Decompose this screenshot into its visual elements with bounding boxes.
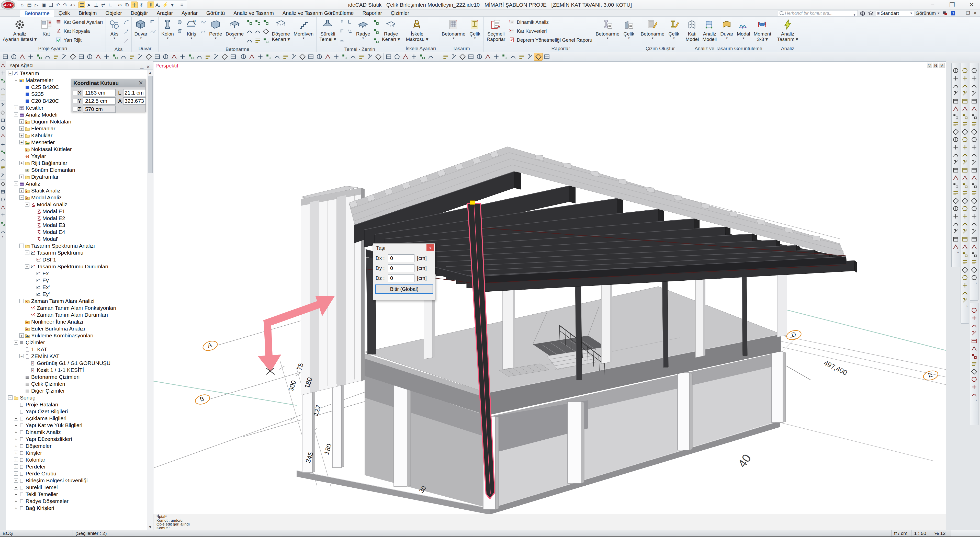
tree-item[interactable]: +Bağ Kirişleri	[6, 505, 147, 512]
dock-icon[interactable]	[961, 67, 969, 75]
analiz-tasarim[interactable]: AnalizTasarım ▾	[775, 17, 800, 46]
toolbar-icon-47[interactable]	[393, 53, 401, 60]
dock-icon[interactable]	[970, 90, 978, 97]
tree-item[interactable]: Proje Hataları	[6, 401, 147, 408]
toolbar-icon-34[interactable]	[281, 53, 290, 60]
tree-item[interactable]: −Tasarım Spektrumu Analizi	[6, 242, 147, 249]
dock-icon[interactable]	[951, 90, 960, 97]
dock-icon[interactable]	[970, 82, 978, 90]
tree-item[interactable]: Ey'	[6, 291, 147, 297]
dialog-close-button[interactable]: x	[426, 244, 434, 251]
tree-item[interactable]: +Diyaframlar	[6, 173, 147, 180]
rapor-celik[interactable]: Çelik▼	[621, 17, 636, 46]
dock-icon[interactable]	[970, 220, 978, 228]
dock-icon[interactable]	[970, 113, 978, 121]
view-menu[interactable]: Görünüm▼	[916, 11, 940, 16]
menu-tab-11[interactable]: Raporlar	[358, 10, 386, 17]
dock-icon[interactable]	[961, 82, 969, 90]
tree-item[interactable]: +Radye Döşemeler	[6, 498, 147, 505]
tree-item[interactable]: −Analiz	[6, 180, 147, 187]
ang2-button[interactable]	[347, 28, 353, 36]
toolbar-icon-20[interactable]	[161, 53, 170, 60]
toolbar-icon-5[interactable]	[35, 53, 43, 60]
leftdock-icon-18[interactable]	[0, 195, 6, 203]
dock-icon[interactable]	[970, 143, 978, 151]
toolbar-icon-28[interactable]	[229, 53, 237, 60]
dock-icon[interactable]	[961, 212, 969, 220]
tree-item[interactable]: Yaylar	[6, 153, 147, 159]
leftdock-icon-15[interactable]	[0, 171, 6, 179]
dock-icon[interactable]	[961, 182, 969, 189]
toolbar-icon-36[interactable]	[298, 53, 307, 60]
tree-item[interactable]: Modal E1	[6, 208, 147, 215]
menu-tab-9[interactable]: Analiz ve Tasarım	[229, 10, 278, 17]
maximize-button[interactable]: ❐	[946, 1, 958, 8]
toolbar-icon-61[interactable]	[517, 53, 526, 60]
toolbar-icon-55[interactable]	[467, 53, 475, 60]
search-input[interactable]: Herhangi bir komut ara...▼	[778, 10, 858, 16]
leftdock-icon-11[interactable]	[0, 141, 6, 148]
dock-icon[interactable]	[970, 375, 978, 383]
gr-button[interactable]	[255, 37, 261, 45]
dock-icon[interactable]	[961, 228, 969, 235]
dock-icon[interactable]	[970, 197, 978, 205]
gg-button[interactable]	[373, 28, 379, 36]
dock-icon[interactable]	[951, 212, 960, 220]
toolbar-icon-39[interactable]	[323, 53, 332, 60]
y-input[interactable]: 212.5 cm	[83, 97, 116, 105]
dock-icon[interactable]	[951, 243, 960, 251]
toolbar-icon-63[interactable]	[534, 53, 542, 60]
tree-item[interactable]: Kesit 1 / 1-1 KESİTİ	[6, 367, 147, 373]
dock-icon[interactable]	[970, 205, 978, 212]
leftdock-icon-2[interactable]	[0, 69, 6, 77]
doseme-kenari[interactable]: DöşemeKenarı ▾	[270, 17, 292, 46]
dock-icon[interactable]	[961, 289, 969, 297]
dock-icon[interactable]	[970, 174, 978, 182]
arc-button[interactable]	[200, 28, 207, 36]
toolbar-icon-17[interactable]	[136, 53, 145, 60]
tree-item[interactable]: +Statik Analiz	[6, 187, 147, 194]
gg-button[interactable]	[255, 19, 261, 27]
leftdock-icon-19[interactable]	[0, 203, 6, 211]
dock-icon[interactable]	[961, 105, 969, 113]
toolbar-icon-7[interactable]	[52, 53, 60, 60]
toolbar-icon-32[interactable]	[264, 53, 273, 60]
toolbar-icon-9[interactable]	[68, 53, 77, 60]
dock-icon[interactable]	[961, 121, 969, 128]
dock-icon[interactable]	[970, 128, 978, 136]
curve1-button[interactable]	[123, 19, 130, 27]
analiz-ayarlari-listesi[interactable]: AnalizAyarları listesi ▾	[1, 17, 38, 46]
dock-icon[interactable]	[961, 75, 969, 82]
cizim-celik[interactable]: Çelik▼	[666, 17, 682, 46]
moment-33[interactable]: Moment3-3 ▾	[752, 17, 773, 46]
toolbar-icon-57[interactable]	[484, 53, 492, 60]
toolbar-icon-13[interactable]	[102, 53, 111, 60]
menu-tab-6[interactable]: Araçlar	[153, 10, 177, 17]
tree-item[interactable]: +Açıklama Bilgileri	[6, 415, 147, 422]
tree-item[interactable]: +Kolonlar	[6, 456, 147, 463]
radye[interactable]: Radye▼	[354, 17, 372, 46]
toolbar-icon-24[interactable]	[195, 53, 204, 60]
toolbar-icon-3[interactable]	[18, 53, 26, 60]
dock-icon[interactable]	[961, 235, 969, 243]
z-checkbox[interactable]	[73, 107, 77, 111]
dock-icon[interactable]	[961, 151, 969, 159]
gy-button[interactable]	[373, 19, 379, 27]
secmeli-raporlar[interactable]: SeçmeliRaporlar	[485, 17, 507, 46]
dock-icon[interactable]	[970, 97, 978, 105]
gb-button[interactable]	[262, 28, 269, 36]
kolon[interactable]: Kolon▼	[159, 17, 176, 46]
dock-icon[interactable]	[951, 174, 960, 182]
colp-button[interactable]	[177, 28, 183, 36]
toolbar-icon-14[interactable]	[111, 53, 119, 60]
toolbar-icon-12[interactable]	[94, 53, 102, 60]
toolbar-icon-52[interactable]	[441, 53, 450, 60]
dock-icon[interactable]	[951, 67, 960, 75]
menu-tab-5[interactable]: Değiştir	[126, 10, 153, 17]
tree-item[interactable]: −Modal Analiz	[6, 201, 147, 208]
tree-item[interactable]: +Kabuklar	[6, 132, 147, 139]
close-icon[interactable]: ✕	[138, 79, 143, 87]
menu-tab-4[interactable]: Objeler	[101, 10, 126, 17]
dock-icon[interactable]	[961, 167, 969, 174]
Yarı Rijit[interactable]: Yarı Rijit	[56, 36, 103, 44]
